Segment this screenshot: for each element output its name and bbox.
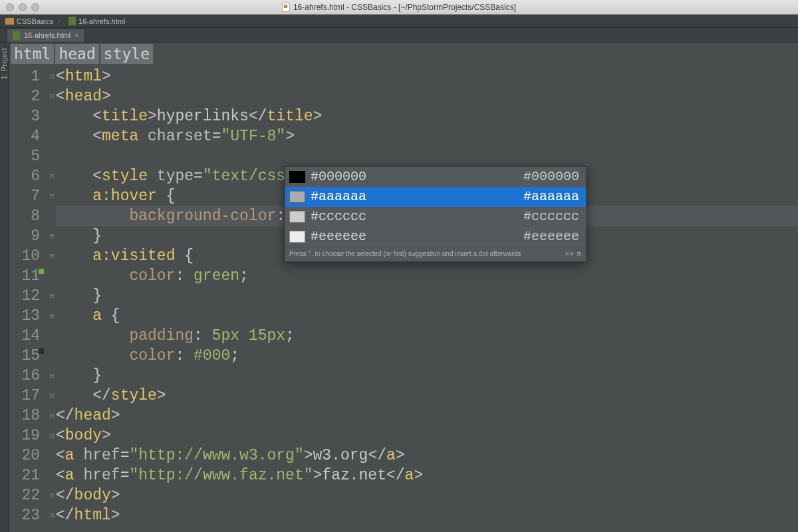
tool-window-strip: 1: Project [0,43,9,532]
fold-toggle[interactable]: ⊟ [48,286,56,306]
code-line: </style> [56,386,798,406]
autocomplete-item-label: #000000 [311,167,523,187]
line-number: 5 [9,146,40,166]
code-line: <html> [56,66,798,86]
file-icon [68,17,76,25]
code-line: color: green; [56,266,798,286]
close-icon[interactable]: × [74,30,78,41]
line-number: 21 [9,466,40,485]
autocomplete-item-tail: #eeeeee [523,227,579,247]
project-tool-button[interactable]: 1: Project [1,48,8,79]
close-window-button[interactable] [6,3,14,11]
line-number: 1 [9,66,40,86]
breadcrumb-project-label: CSSBasics [17,15,53,28]
fold-toggle[interactable]: ⊟ [48,66,56,86]
editor-tab-label: 16-ahrefs.html [24,30,70,41]
color-swatch [289,171,305,183]
line-number: 19 [9,426,40,446]
autocomplete-hint: Press ^. to choose the selected (or firs… [285,247,586,261]
folder-icon [5,18,14,25]
line-number: 7 [9,186,40,206]
autocomplete-item[interactable]: #aaaaaa #aaaaaa [285,187,586,207]
fold-toggle[interactable]: ⊟ [48,166,56,186]
autocomplete-item-tail: #aaaaaa [523,187,579,207]
autocomplete-item-label: #cccccc [311,207,523,227]
line-number: 11 [9,266,40,286]
code-line: <meta charset="UTF-8"> [56,126,798,146]
autocomplete-item[interactable]: #cccccc #cccccc [285,207,586,227]
line-number: 2 [9,86,40,106]
editor[interactable]: 1 2 3 4 5 6 7 8 9 10 11 12 13 14 15 16 1… [9,66,798,532]
code-line: a { [56,306,798,326]
line-number: 14 [9,326,40,346]
line-number: 12 [9,286,40,306]
line-number: 9 [9,226,40,246]
autocomplete-item-tail: #000000 [523,167,579,187]
code-line: <a href="http://www.w3.org">w3.org</a> [56,446,798,466]
color-swatch [289,231,305,243]
tag-crumb-style[interactable]: style [100,44,153,64]
line-number-gutter: 1 2 3 4 5 6 7 8 9 10 11 12 13 14 15 16 1… [9,66,48,525]
fold-toggle[interactable]: ⊟ [48,485,56,505]
color-swatch [289,211,305,223]
file-icon [13,31,20,40]
tag-breadcrumb: html head style [9,43,154,65]
fold-toggle[interactable]: ⊟ [48,366,56,386]
autocomplete-hint-tail: >> π [565,249,582,259]
breadcrumb-project[interactable]: CSSBasics [5,15,53,28]
line-number: 13 [9,306,40,326]
line-number: 22 [9,485,40,505]
fold-toggle[interactable]: ⊟ [48,86,56,106]
navigation-breadcrumb: CSSBasics 〉 16-ahrefs.html [0,15,798,28]
code-line [56,146,798,166]
window-titlebar: 16-ahrefs.html - CSSBasics - [~/PhpStorm… [0,0,798,15]
gutter-color-swatch [39,348,44,354]
autocomplete-item[interactable]: #eeeeee #eeeeee [285,227,586,247]
autocomplete-item[interactable]: #000000 #000000 [285,167,586,187]
code-line: color: #000; [56,346,798,366]
breadcrumb-separator: 〉 [57,15,65,28]
autocomplete-item-label: #eeeeee [311,227,523,247]
code-line: } [56,366,798,386]
line-number: 16 [9,366,40,386]
fold-toggle[interactable]: ⊟ [48,386,56,406]
editor-tab-bar: 16-ahrefs.html × [0,28,798,43]
minimize-window-button[interactable] [19,3,27,11]
code-line: } [56,286,798,306]
autocomplete-hint-text: Press ^. to choose the selected (or firs… [289,249,521,259]
tag-crumb-head[interactable]: head [55,44,98,64]
code-line: </head> [56,406,798,426]
zoom-window-button[interactable] [31,3,39,11]
fold-gutter: ⊟ ⊟ ⊟ ⊟ ⊟ ⊟ ⊟ ⊟ ⊟ ⊟ ⊟ ⊟ ⊟ ⊟ [48,66,56,525]
line-number: 18 [9,406,40,426]
fold-toggle[interactable]: ⊟ [48,306,56,326]
fold-toggle[interactable]: ⊟ [48,186,56,206]
autocomplete-item-label: #aaaaaa [311,187,523,207]
line-number: 3 [9,106,40,126]
code-area[interactable]: <html> <head> <title>hyperlinks</title> … [56,66,798,525]
fold-toggle[interactable]: ⊟ [48,426,56,446]
autocomplete-popup[interactable]: #000000 #000000 #aaaaaa #aaaaaa #cccccc … [285,166,587,262]
editor-tab[interactable]: 16-ahrefs.html × [7,28,85,42]
line-number: 15 [9,346,40,366]
line-number: 6 [9,166,40,186]
window-title-text: 16-ahrefs.html - CSSBasics - [~/PhpStorm… [293,0,516,15]
line-number: 8 [9,206,40,226]
code-line: <a href="http://www.faz.net">faz.net</a> [56,466,798,485]
fold-toggle[interactable]: ⊟ [48,406,56,426]
code-line: <body> [56,426,798,446]
gutter-change-marker [39,269,44,274]
code-line: </body> [56,485,798,505]
autocomplete-item-tail: #cccccc [523,207,579,227]
code-line: <head> [56,86,798,106]
breadcrumb-file[interactable]: 16-ahrefs.html [68,15,125,28]
breadcrumb-file-label: 16-ahrefs.html [78,15,125,28]
fold-toggle[interactable]: ⊟ [48,505,56,525]
line-number: 4 [9,126,40,146]
fold-toggle[interactable]: ⊟ [48,246,56,266]
tag-crumb-html[interactable]: html [11,44,54,64]
line-number: 10 [9,246,40,266]
line-number: 23 [9,505,40,525]
line-number: 17 [9,386,40,406]
fold-toggle[interactable]: ⊟ [48,226,56,246]
